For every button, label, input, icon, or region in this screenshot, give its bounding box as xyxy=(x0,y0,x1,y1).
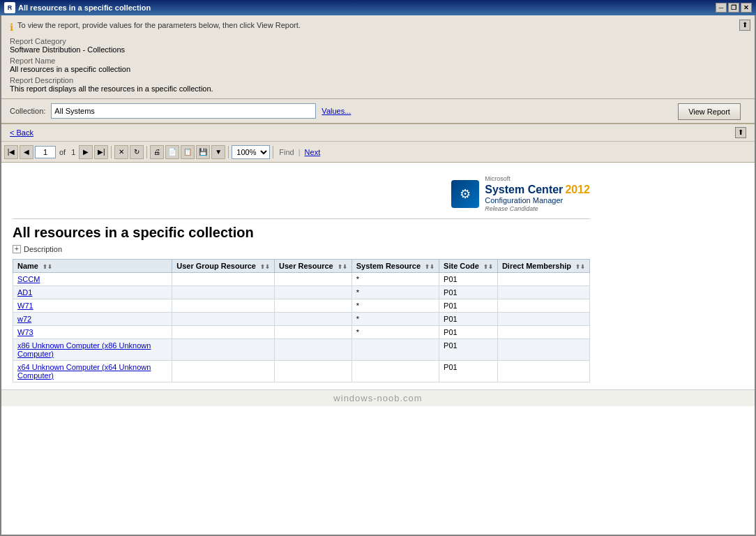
table-row: x64 Unknown Computer (x64 Unknown Comput… xyxy=(13,360,590,382)
view-report-button[interactable]: View Report xyxy=(678,103,741,120)
collection-input[interactable] xyxy=(51,103,316,119)
name-link[interactable]: W71 xyxy=(17,302,33,310)
window-controls: ─ ❐ ✕ xyxy=(716,3,752,13)
cell-ur xyxy=(275,299,352,312)
page-input[interactable] xyxy=(35,146,56,158)
prev-page-button[interactable]: ◀ xyxy=(20,145,33,159)
logo-rc: Release Candidate xyxy=(485,205,590,213)
table-row: AD1*P01 xyxy=(13,285,590,299)
next-page-button[interactable]: ▶ xyxy=(79,145,93,159)
data-table: Name ⬆⬇ User Group Resource ⬆⬇ User Reso… xyxy=(13,259,590,382)
restore-button[interactable]: ❐ xyxy=(728,3,739,13)
report-toolbar: |◀ ◀ of 1 ▶ ▶| ✕ ↻ 🖨 📄 📋 💾 ▼ 100% 75% 50… xyxy=(1,142,755,163)
cell-sc: P01 xyxy=(439,325,498,338)
table-body: SCCM*P01AD1*P01W71*P01w72*P01W73*P01x86 … xyxy=(13,272,590,382)
sort-ur[interactable]: ⬆⬇ xyxy=(338,264,347,270)
table-header: Name ⬆⬇ User Group Resource ⬆⬇ User Reso… xyxy=(13,259,590,272)
cell-name: x64 Unknown Computer (x64 Unknown Comput… xyxy=(13,360,172,382)
report-inner: ⚙ Microsoft System Center 2012 Configura… xyxy=(1,163,601,389)
cell-name: AD1 xyxy=(13,285,172,299)
sort-ugr[interactable]: ⬆⬇ xyxy=(260,264,270,270)
cell-dm xyxy=(497,272,589,285)
logo-microsoft: Microsoft xyxy=(485,175,590,183)
cell-ur xyxy=(275,272,352,285)
cell-sc: P01 xyxy=(439,360,498,382)
col-sr: System Resource ⬆⬇ xyxy=(351,259,439,272)
cell-name: W71 xyxy=(13,299,172,312)
name-link[interactable]: w72 xyxy=(17,315,31,323)
col-ur: User Resource ⬆⬇ xyxy=(275,259,352,272)
cell-sr xyxy=(351,338,439,360)
cell-ugr xyxy=(172,299,275,312)
report-name-label: Report Name xyxy=(10,57,746,65)
table-row: x86 Unknown Computer (x86 Unknown Comput… xyxy=(13,338,590,360)
page-total: 1 xyxy=(71,148,75,156)
plus-icon: + xyxy=(13,245,21,253)
window-title: All resources in a specific collection xyxy=(18,3,716,12)
back-link[interactable]: < Back xyxy=(10,128,33,137)
page-setup-button[interactable]: 📋 xyxy=(181,145,195,159)
values-link[interactable]: Values... xyxy=(322,107,351,115)
cell-sr: * xyxy=(351,325,439,338)
name-link[interactable]: SCCM xyxy=(17,275,40,283)
sort-sr[interactable]: ⬆⬇ xyxy=(425,264,434,270)
zoom-select[interactable]: 100% 75% 50% 25% xyxy=(232,145,270,159)
col-dm: Direct Membership ⬆⬇ xyxy=(497,259,589,272)
logo-sc-year: System Center 2012 xyxy=(485,183,590,196)
sort-name[interactable]: ⬆⬇ xyxy=(43,264,52,270)
cell-ur xyxy=(275,325,352,338)
last-page-button[interactable]: ▶| xyxy=(94,145,108,159)
footer-text: windows-noob.com xyxy=(333,393,422,403)
name-link[interactable]: x64 Unknown Computer (x64 Unknown Comput… xyxy=(17,363,151,380)
title-bar: R All resources in a specific collection… xyxy=(0,0,756,15)
close-button[interactable]: ✕ xyxy=(741,3,752,13)
cell-ugr xyxy=(172,272,275,285)
name-link[interactable]: AD1 xyxy=(17,288,32,297)
sccm-logo-icon: ⚙ xyxy=(451,180,479,208)
params-collapse-button[interactable]: ⬆ xyxy=(735,127,746,138)
report-name-value: All resources in a specific collection xyxy=(10,65,746,73)
info-collapse-button[interactable]: ⬆ xyxy=(739,20,750,31)
logo-box: ⚙ Microsoft System Center 2012 Configura… xyxy=(451,175,590,213)
header-row: Name ⬆⬇ User Group Resource ⬆⬇ User Reso… xyxy=(13,259,590,272)
cell-name: x86 Unknown Computer (x86 Unknown Comput… xyxy=(13,338,172,360)
first-page-button[interactable]: |◀ xyxy=(4,145,18,159)
print-button[interactable]: 🖨 xyxy=(150,145,164,159)
cell-sr: * xyxy=(351,272,439,285)
print-layout-button[interactable]: 📄 xyxy=(165,145,179,159)
cell-dm xyxy=(497,360,589,382)
col-name: Name ⬆⬇ xyxy=(13,259,172,272)
logo-year: 2012 xyxy=(565,184,590,195)
cell-name: W73 xyxy=(13,325,172,338)
description-toggle[interactable]: + Description xyxy=(13,245,590,253)
minimize-button[interactable]: ─ xyxy=(716,3,727,13)
toolbar-separator-3 xyxy=(228,146,229,158)
col-ugr: User Group Resource ⬆⬇ xyxy=(172,259,275,272)
cell-ugr xyxy=(172,338,275,360)
report-description-value: This report displays all the resources i… xyxy=(10,84,746,93)
report-category-label: Report Category xyxy=(10,37,746,45)
cell-sc: P01 xyxy=(439,312,498,325)
name-link[interactable]: W73 xyxy=(17,328,33,336)
name-link[interactable]: x86 Unknown Computer (x86 Unknown Comput… xyxy=(17,341,151,358)
logo-area: ⚙ Microsoft System Center 2012 Configura… xyxy=(13,170,590,219)
sort-sc[interactable]: ⬆⬇ xyxy=(483,264,493,270)
refresh-button[interactable]: ↻ xyxy=(130,145,144,159)
stop-button[interactable]: ✕ xyxy=(114,145,128,159)
title-icon: R xyxy=(4,2,15,13)
cell-ur xyxy=(275,285,352,299)
info-icon: ℹ xyxy=(10,22,13,33)
of-text: of xyxy=(59,148,66,156)
cell-dm xyxy=(497,325,589,338)
cell-sr: * xyxy=(351,285,439,299)
cell-sr xyxy=(351,360,439,382)
cell-sc: P01 xyxy=(439,285,498,299)
next-link[interactable]: Next xyxy=(305,148,321,156)
export-button[interactable]: 💾 xyxy=(196,145,210,159)
table-row: SCCM*P01 xyxy=(13,272,590,285)
params-panel: Collection: Values... View Report xyxy=(1,99,755,124)
cell-dm xyxy=(497,299,589,312)
export-dropdown-button[interactable]: ▼ xyxy=(211,145,225,159)
table-row: W73*P01 xyxy=(13,325,590,338)
sort-dm[interactable]: ⬆⬇ xyxy=(575,264,585,270)
